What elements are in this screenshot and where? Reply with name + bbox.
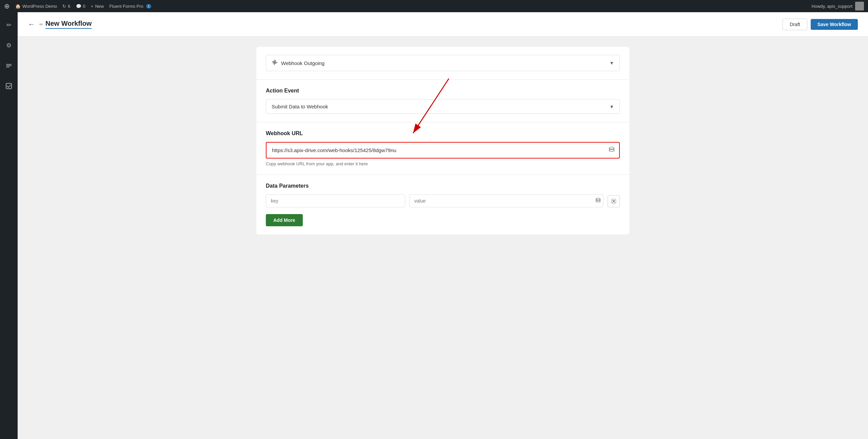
admin-bar-site[interactable]: 🏠 WordPress Demo — [15, 4, 57, 9]
webhook-outgoing-select[interactable]: Webhook Outgoing ▼ — [266, 55, 620, 71]
value-database-icon — [593, 198, 603, 204]
webhook-icon — [272, 59, 278, 67]
action-event-section: Action Event Submit Data to Webhook ▼ — [256, 80, 629, 122]
action-event-chevron-icon: ▼ — [609, 104, 614, 109]
action-event-title: Action Event — [266, 88, 620, 94]
webhook-url-input[interactable] — [267, 143, 604, 158]
action-event-value: Submit Data to Webhook — [272, 104, 609, 109]
back-button[interactable]: ← — [28, 20, 35, 29]
sidebar-icon-settings[interactable]: ⚙ — [3, 39, 15, 51]
data-params-row — [266, 194, 620, 207]
key-input[interactable] — [266, 194, 405, 207]
home-icon: 🏠 — [15, 4, 21, 9]
plus-icon: + — [91, 4, 94, 9]
draft-button[interactable]: Draft — [783, 19, 807, 30]
admin-bar-comments[interactable]: 💬 0 — [76, 4, 85, 9]
header-actions: Draft Save Workflow — [783, 19, 858, 30]
sidebar: ✏ ⚙ — [0, 12, 18, 439]
action-event-select-wrapper[interactable]: Submit Data to Webhook ▼ — [266, 99, 620, 114]
chevron-down-icon: ▼ — [609, 60, 614, 66]
save-workflow-button[interactable]: Save Workflow — [811, 19, 858, 30]
sidebar-icon-check[interactable] — [3, 80, 15, 92]
delete-param-button[interactable] — [608, 195, 620, 207]
webhook-outgoing-section: Webhook Outgoing ▼ — [256, 47, 629, 80]
webhook-url-section: Webhook URL Copy webhook URL from your a… — [256, 122, 629, 175]
admin-bar-new[interactable]: + New — [91, 4, 104, 9]
comments-icon: 💬 — [76, 4, 81, 9]
workflow-title: New Workflow — [45, 20, 92, 29]
data-parameters-section: Data Parameters — [256, 175, 629, 234]
value-input-wrapper — [409, 194, 604, 207]
updates-icon: ↻ — [62, 4, 66, 9]
admin-bar-updates[interactable]: ↻ 6 — [62, 4, 70, 9]
sidebar-icon-edit[interactable]: ✏ — [3, 19, 15, 31]
workflow-edit-icon: ✏ — [39, 22, 43, 27]
webhook-hint: Copy webhook URL from your app, and ente… — [266, 161, 620, 166]
main-content: Webhook Outgoing ▼ Action Event Submit D… — [18, 37, 868, 439]
webhook-outgoing-label: Webhook Outgoing — [281, 60, 609, 66]
main-header: ← ✏ New Workflow Draft Save Workflow — [18, 12, 868, 37]
avatar — [855, 2, 864, 11]
database-icon — [604, 147, 619, 154]
webhook-url-input-wrapper — [266, 142, 620, 159]
content-panel: Webhook Outgoing ▼ Action Event Submit D… — [256, 47, 629, 234]
wp-logo-icon: ⊕ — [4, 2, 10, 10]
svg-point-10 — [596, 198, 600, 200]
sidebar-icon-list[interactable] — [3, 60, 15, 72]
data-parameters-title: Data Parameters — [266, 183, 620, 189]
admin-bar: ⊕ 🏠 WordPress Demo ↻ 6 💬 0 + New Fluent … — [0, 0, 868, 12]
add-more-button[interactable]: Add More — [266, 214, 303, 226]
admin-bar-user: Howdy, apix_support — [812, 2, 864, 11]
value-input[interactable] — [410, 195, 593, 207]
admin-bar-plugin[interactable]: Fluent Forms Pro 1 — [109, 4, 151, 9]
svg-point-7 — [609, 147, 614, 149]
webhook-url-title: Webhook URL — [266, 130, 620, 137]
